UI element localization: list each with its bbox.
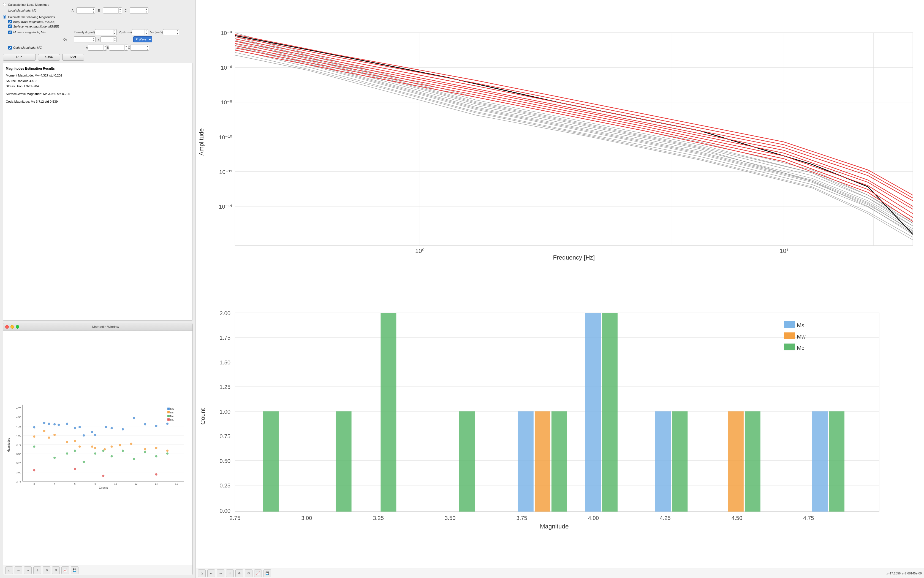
moment-mag-checkbox[interactable] — [8, 31, 12, 34]
local-a-up[interactable]: ▲ — [92, 7, 95, 10]
a-value[interactable]: 0.80 — [101, 37, 113, 41]
vs-up[interactable]: ▲ — [176, 29, 179, 32]
coda-c-arrows[interactable]: ▲ ▼ — [146, 45, 149, 50]
vp-arrows[interactable]: ▲ ▼ — [145, 29, 148, 35]
right-settings-btn[interactable]: ⚙ — [245, 570, 252, 577]
local-magnitude-radio[interactable] — [3, 3, 6, 6]
body-wave-checkbox-label[interactable]: Body-wave magnitude, mB(BB) — [8, 20, 55, 23]
coda-mag-checkbox[interactable] — [8, 46, 12, 50]
scatter-home-btn[interactable]: ⌂ — [5, 567, 13, 574]
vs-down[interactable]: ▼ — [176, 32, 179, 35]
q0-arrows[interactable]: ▲ ▼ — [92, 36, 95, 42]
close-button[interactable] — [5, 325, 9, 329]
bar-mc — [829, 411, 844, 511]
local-c-value[interactable]: 0.00 — [130, 8, 145, 12]
right-fwd-btn[interactable]: → — [217, 570, 224, 577]
local-a-arrows[interactable]: ▲ ▼ — [92, 7, 95, 13]
coda-c-up[interactable]: ▲ — [146, 45, 149, 48]
right-back-btn[interactable]: ← — [207, 570, 215, 577]
scatter-settings-btn[interactable]: ⚙ — [52, 567, 60, 574]
run-button[interactable]: Run — [3, 54, 36, 60]
local-magnitude-radio-label[interactable]: Calculate just Local Magnitude — [3, 3, 49, 6]
coda-c-input[interactable]: 0.00 ▲ ▼ — [130, 45, 149, 50]
coda-b-down[interactable]: ▼ — [125, 48, 128, 50]
q0-input[interactable]: 100.00 ▲ ▼ — [74, 36, 96, 42]
scatter-save-btn[interactable]: 💾 — [71, 567, 78, 574]
body-wave-checkbox[interactable] — [8, 20, 12, 23]
following-mag-radio[interactable] — [3, 15, 6, 19]
vp-input[interactable]: 4.80 ▲ ▼ — [132, 29, 148, 35]
coda-b-input[interactable]: 0.00 ▲ ▼ — [109, 45, 128, 50]
local-c-input[interactable]: 0.00 ▲ ▼ — [130, 7, 149, 13]
local-c-down[interactable]: ▼ — [145, 10, 148, 13]
maximize-button[interactable] — [16, 325, 19, 329]
svg-text:Count: Count — [199, 408, 206, 424]
vs-arrows[interactable]: ▲ ▼ — [175, 29, 179, 35]
coda-a-arrows[interactable]: ▲ ▼ — [103, 45, 107, 50]
right-home-btn[interactable]: ⌂ — [198, 570, 206, 577]
a-down[interactable]: ▼ — [114, 39, 117, 42]
local-b-up[interactable]: ▲ — [119, 7, 122, 10]
scatter-back-btn[interactable]: ← — [15, 567, 22, 574]
local-b-arrows[interactable]: ▲ ▼ — [119, 7, 122, 13]
following-mag-radio-label[interactable]: Calculate the following Magnitudes — [3, 15, 55, 19]
wave-select[interactable]: P-Wave S-Wave — [133, 36, 152, 42]
coda-b-up[interactable]: ▲ — [125, 45, 128, 48]
coda-a-input[interactable]: 0.00 ▲ ▼ — [88, 45, 107, 50]
save-button[interactable]: Save — [38, 54, 60, 60]
local-b-value[interactable]: 0.00 — [103, 8, 119, 12]
q0-up[interactable]: ▲ — [92, 36, 95, 39]
local-a-value[interactable]: 0.00 — [76, 8, 92, 12]
density-up[interactable]: ▲ — [114, 29, 117, 32]
q0-value[interactable]: 100.00 — [74, 37, 92, 41]
svg-text:10⁻⁸: 10⁻⁸ — [221, 99, 232, 106]
matplotlib-toolbar: ⌂ ← → ✛ ⊕ ⚙ 📈 💾 — [3, 565, 192, 575]
vs-value[interactable]: 2.27 — [163, 30, 175, 34]
local-a-down[interactable]: ▼ — [92, 10, 95, 13]
scatter-fwd-btn[interactable]: → — [24, 567, 32, 574]
scatter-trend-btn[interactable]: 📈 — [62, 567, 69, 574]
q0-down[interactable]: ▼ — [92, 39, 95, 42]
vs-input[interactable]: 2.27 ▲ ▼ — [163, 29, 179, 35]
a-arrows[interactable]: ▲ ▼ — [113, 36, 117, 42]
scatter-pan-btn[interactable]: ✛ — [33, 567, 41, 574]
right-zoom-btn[interactable]: ⊕ — [235, 570, 243, 577]
coda-b-value[interactable]: 0.00 — [109, 46, 125, 50]
coda-a-value[interactable]: 0.00 — [88, 46, 103, 50]
left-panel: Calculate just Local Magnitude Local Mag… — [0, 0, 195, 578]
coda-b-arrows[interactable]: ▲ ▼ — [125, 45, 128, 50]
coda-c-value[interactable]: 0.00 — [130, 46, 146, 50]
density-input[interactable]: 2700.00 ▲ ▼ — [95, 29, 117, 35]
minimize-button[interactable] — [10, 325, 14, 329]
coda-a-down[interactable]: ▼ — [104, 48, 107, 50]
right-trend-btn[interactable]: 📈 — [254, 570, 262, 577]
surface-wave-checkbox-label[interactable]: Surface-wave magnitude, MS(BB) — [8, 24, 59, 28]
svg-point-49 — [105, 426, 107, 428]
coda-c-down[interactable]: ▼ — [146, 48, 149, 50]
scatter-zoom-btn[interactable]: ⊕ — [43, 567, 50, 574]
vp-down[interactable]: ▼ — [145, 32, 148, 35]
local-c-arrows[interactable]: ▲ ▼ — [145, 7, 148, 13]
local-b-down[interactable]: ▼ — [119, 10, 122, 13]
coda-a-up[interactable]: ▲ — [104, 45, 107, 48]
right-save-btn[interactable]: 💾 — [263, 570, 271, 577]
surface-wave-checkbox[interactable] — [8, 24, 12, 28]
vp-value[interactable]: 4.80 — [132, 30, 145, 34]
vp-up[interactable]: ▲ — [145, 29, 148, 32]
svg-point-67 — [119, 444, 121, 446]
surface-wave-row: Surface-wave magnitude, MS(BB) — [8, 24, 193, 28]
a-input[interactable]: 0.80 ▲ ▼ — [101, 36, 117, 42]
svg-point-60 — [66, 441, 68, 443]
local-b-input[interactable]: 0.00 ▲ ▼ — [103, 7, 122, 13]
right-pan-btn[interactable]: ✛ — [226, 570, 234, 577]
local-c-up[interactable]: ▲ — [145, 7, 148, 10]
a-up[interactable]: ▲ — [114, 36, 117, 39]
bar-mc — [745, 411, 760, 511]
moment-mag-checkbox-label[interactable]: Moment magnitude, Mw — [8, 31, 63, 34]
density-down[interactable]: ▼ — [114, 32, 117, 35]
local-a-input[interactable]: 0.00 ▲ ▼ — [76, 7, 95, 13]
density-value[interactable]: 2700.00 — [95, 30, 113, 34]
coda-mag-checkbox-label[interactable]: Coda Magnitude, MC — [8, 46, 63, 50]
plot-button[interactable]: Plot — [62, 54, 84, 60]
density-arrows[interactable]: ▲ ▼ — [113, 29, 117, 35]
